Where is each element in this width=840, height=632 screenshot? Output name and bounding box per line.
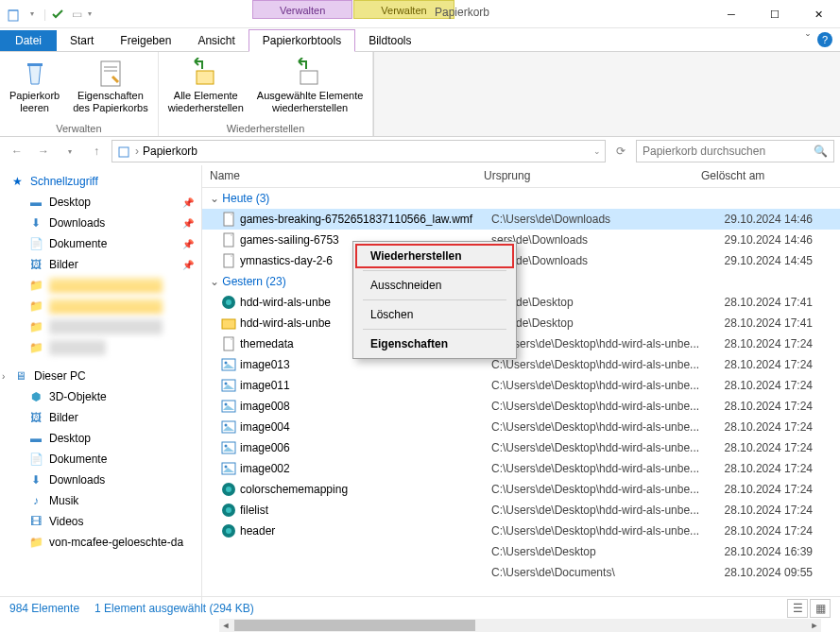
view-icons-button[interactable]: ▦ [810,599,831,618]
tab-share[interactable]: Freigeben [107,30,184,51]
sidebar-documents2[interactable]: 📄Dokumente [0,449,201,470]
pc-icon: 🖥 [13,368,28,384]
chevron-right-icon[interactable]: › [2,371,5,382]
file-row[interactable]: games-breaking-6752651837110566_law.wmf … [202,209,840,230]
file-row[interactable]: hdd-wird-als-unbe sers\de\Desktop 28.10.… [202,313,840,333]
group-yesterday[interactable]: Gestern (23) [202,271,840,292]
file-row[interactable]: image002 C:\Users\de\Desktop\hdd-wird-al… [202,458,840,479]
sidebar-pictures2[interactable]: 🖼Bilder [0,407,201,428]
status-count: 984 Elemente [9,602,79,615]
sidebar-downloads2[interactable]: ⬇Downloads [0,470,201,490]
sidebar-desktop2[interactable]: ▬Desktop [0,428,201,449]
sidebar-3d-objects[interactable]: ⬢3D-Objekte [0,386,201,407]
sidebar-item[interactable]: 📁 [0,275,201,296]
sidebar-this-pc[interactable]: ›🖥Dieser PC [0,366,201,386]
file-row[interactable]: C:\Users\de\Documents\ 28.10.2024 09:55 [202,562,840,583]
up-button[interactable]: ↑ [85,140,108,162]
file-origin: C:\Users\de\Documents\ [491,566,709,579]
column-deleted[interactable]: Gelöscht am [694,165,807,187]
file-row[interactable]: image013 C:\Users\de\Desktop\hdd-wird-al… [202,354,840,375]
file-icon [221,336,236,351]
sidebar-folder[interactable]: 📁von-mcafee-geloeschte-da [0,532,201,553]
sidebar-documents[interactable]: 📄Dokumente📌 [0,233,201,254]
context-tab-recycle[interactable]: Verwalten [252,0,352,19]
file-row[interactable]: themedata C:\Users\de\Desktop\hdd-wird-a… [202,333,840,354]
qat-check-icon[interactable] [50,7,65,22]
context-delete[interactable]: Löschen [355,302,514,327]
search-field[interactable]: 🔍 [636,140,834,162]
horizontal-scrollbar[interactable]: ◄ ► [219,619,821,632]
file-deleted: 28.10.2024 17:24 [709,441,822,454]
sidebar-videos[interactable]: 🎞Videos [0,511,201,532]
sidebar-downloads[interactable]: ⬇Downloads📌 [0,213,201,233]
svg-point-12 [226,299,231,305]
file-row[interactable]: C:\Users\de\Desktop 28.10.2024 16:39 [202,541,840,562]
address-field[interactable]: › Papierkorb ⌄ [111,140,606,162]
maximize-button[interactable]: ☐ [753,0,797,28]
file-origin: sers\de\Downloads [491,233,709,247]
qat-dropdown-icon[interactable]: ▾ [88,9,92,18]
file-deleted: 28.10.2024 17:24 [709,462,822,475]
tab-start[interactable]: Start [57,30,107,51]
refresh-button[interactable]: ⟳ [609,140,632,162]
context-cut[interactable]: Ausschneiden [355,273,514,298]
tab-file[interactable]: Datei [0,30,57,51]
restore-all-button[interactable]: Alle Elemente wiederherstellen [166,56,246,116]
folder-icon: 📁 [28,340,43,355]
sidebar-pictures[interactable]: 🖼Bilder📌 [0,254,201,275]
ribbon-collapse-icon[interactable]: ˇ [806,33,810,46]
sidebar-item[interactable]: 📁 [0,316,201,337]
pictures-icon: 🖼 [28,410,43,425]
folder-icon: 📁 [28,299,43,314]
search-input[interactable] [643,145,828,158]
file-row[interactable]: filelist C:\Users\de\Desktop\hdd-wird-al… [202,500,840,521]
sidebar-quick-access[interactable]: ★ Schnellzugriff [0,171,201,192]
sidebar-item[interactable]: 📁 [0,296,201,316]
file-row[interactable]: image008 C:\Users\de\Desktop\hdd-wird-al… [202,396,840,417]
column-origin[interactable]: Ursprung [476,165,694,187]
file-name: colorschememapping [240,483,491,496]
column-name[interactable]: Name [202,165,476,187]
sidebar-music[interactable]: ♪Musik [0,490,201,511]
recent-button[interactable]: ▾ [59,140,81,162]
file-deleted: 28.10.2024 17:24 [709,379,822,392]
forward-button[interactable]: → [32,140,55,162]
context-menu: Wiederherstellen Ausschneiden Löschen Ei… [352,241,517,359]
close-button[interactable]: ✕ [797,0,840,28]
qat-dropdown-icon[interactable]: ▾ [25,7,40,22]
tab-view[interactable]: Ansicht [184,30,248,51]
minimize-button[interactable]: ─ [710,0,753,28]
back-button[interactable]: ← [6,140,28,162]
qat-folder-icon[interactable]: ▭ [69,7,84,22]
tab-image-tools[interactable]: Bildtools [355,30,424,51]
help-icon[interactable]: ? [817,32,832,47]
ribbon-tabs: Datei Start Freigeben Ansicht Papierkorb… [0,28,840,52]
file-deleted: 28.10.2024 17:24 [709,524,822,538]
file-row[interactable]: colorschememapping C:\Users\de\Desktop\h… [202,479,840,500]
file-origin: C:\Users\de\Desktop\hdd-wird-als-unbe... [491,358,709,371]
file-row[interactable]: image004 C:\Users\de\Desktop\hdd-wird-al… [202,417,840,437]
file-row[interactable]: ymnastics-day-2-6 sers\de\Downloads 29.1… [202,250,840,271]
recycle-properties-button[interactable]: Eigenschaften des Papierkorbs [71,56,150,116]
address-bar: ← → ▾ ↑ › Papierkorb ⌄ ⟳ 🔍 [0,137,840,165]
file-row[interactable]: games-sailing-6753 sers\de\Downloads 29.… [202,230,840,250]
breadcrumb[interactable]: Papierkorb [143,145,197,158]
sidebar-desktop[interactable]: ▬Desktop📌 [0,192,201,213]
documents-icon: 📄 [28,236,43,251]
empty-recycle-button[interactable]: Papierkorb leeren [8,56,61,116]
tab-recycle-tools[interactable]: Papierkorbtools [249,29,355,52]
sidebar-item[interactable]: 📁 [0,337,201,358]
restore-selected-button[interactable]: Ausgewählte Elemente wiederherstellen [255,56,366,116]
context-restore[interactable]: Wiederherstellen [355,244,514,268]
context-properties[interactable]: Eigenschaften [355,332,514,356]
file-origin: sers\de\Desktop [491,296,709,309]
view-details-button[interactable]: ☰ [787,599,808,618]
recycle-bin-icon [116,144,131,159]
file-row[interactable]: image011 C:\Users\de\Desktop\hdd-wird-al… [202,375,840,396]
file-row[interactable]: header C:\Users\de\Desktop\hdd-wird-als-… [202,521,840,541]
svg-rect-13 [222,319,235,329]
file-icon [221,232,236,248]
file-row[interactable]: hdd-wird-als-unbe sers\de\Desktop 28.10.… [202,292,840,313]
file-row[interactable]: image006 C:\Users\de\Desktop\hdd-wird-al… [202,437,840,458]
group-today[interactable]: Heute (3) [202,188,840,209]
